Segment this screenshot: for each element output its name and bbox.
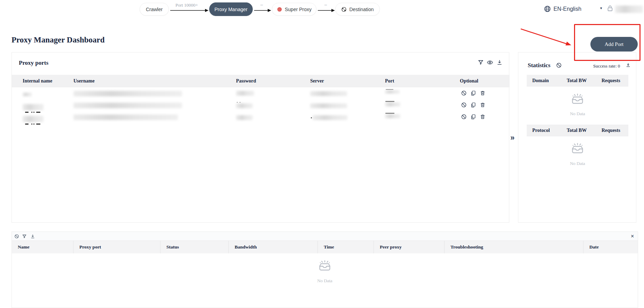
redacted-port — [385, 114, 400, 118]
redacted-name-mark — [33, 112, 34, 113]
redacted-password-mark — [237, 102, 238, 103]
statistics-ban-icon[interactable] — [556, 62, 562, 68]
col-status: Status — [160, 241, 229, 253]
copy-icon[interactable] — [470, 114, 476, 120]
domain-no-data-label: No Data — [570, 111, 585, 117]
redacted-port-mark — [386, 89, 393, 90]
col-troubleshooting: Troubleshooting — [445, 241, 583, 253]
flow-arrow-2 — [254, 8, 272, 13]
redacted-username — [73, 103, 182, 108]
redacted-name-mark — [31, 112, 32, 113]
col-total-bw: Total BW — [567, 78, 587, 84]
col-requests: Requests — [602, 78, 620, 84]
flow-dash-2: – — [324, 2, 327, 7]
eye-icon[interactable] — [487, 60, 493, 65]
language-selector[interactable]: EN-English — [553, 6, 581, 12]
empty-inbox-icon — [317, 260, 332, 274]
ban-icon[interactable] — [14, 234, 19, 239]
flow-node-crawler-label: Crawler — [146, 7, 163, 12]
redacted-name-mark — [36, 124, 40, 125]
trash-icon[interactable] — [480, 90, 486, 96]
flow-node-destination-label: Destination — [349, 7, 374, 12]
flow-port-label: Port 10000+ — [175, 2, 198, 8]
language-caret-icon[interactable]: ▾ — [600, 6, 602, 10]
redacted-username — [73, 114, 178, 120]
empty-inbox-icon — [570, 93, 585, 108]
redacted-username — [73, 91, 182, 96]
flow-node-proxy-manager-label: Proxy Manager — [214, 7, 248, 12]
col-internal-name: Internal name — [23, 78, 52, 84]
trash-icon[interactable] — [480, 102, 486, 108]
collapse-panel-chevron-icon[interactable]: » — [510, 133, 515, 142]
flow-node-super-proxy: Super Proxy — [272, 3, 316, 16]
col-password: Password — [236, 78, 256, 84]
empty-inbox-icon — [570, 142, 585, 157]
filter-icon[interactable] — [478, 59, 484, 65]
redacted-password — [236, 115, 253, 120]
col-name: Name — [12, 241, 73, 253]
close-icon[interactable]: × — [631, 234, 634, 239]
page-title: Proxy Manager Dashboard — [11, 35, 105, 45]
redacted-port-mark — [385, 113, 394, 114]
redacted-server — [310, 103, 347, 108]
sessions-toolbar: × — [12, 232, 638, 241]
col-requests: Requests — [602, 128, 620, 133]
redacted-name-mark — [25, 124, 29, 125]
redacted-password — [236, 103, 253, 108]
download-icon[interactable] — [496, 59, 503, 65]
redacted-server-mark — [311, 117, 312, 118]
domain-table-header: Domain Total BW Requests — [527, 75, 628, 87]
flow-node-destination: Destination — [335, 3, 380, 16]
redacted-internal-name — [23, 104, 44, 110]
col-bandwidth: Bandwidth — [229, 241, 318, 253]
proxy-ports-header: Internal name Username Password Server P… — [12, 75, 510, 87]
col-proxy-port: Proxy port — [73, 241, 160, 253]
redacted-name-mark — [36, 112, 40, 113]
language-globe-icon — [544, 5, 551, 13]
proxy-ports-title: Proxy ports — [19, 60, 48, 66]
download-icon[interactable] — [30, 234, 35, 239]
account-name-redacted — [615, 6, 643, 13]
col-server: Server — [310, 78, 324, 84]
filter-icon[interactable] — [22, 234, 27, 239]
success-rate-download-icon[interactable] — [626, 62, 631, 68]
proxy-ports-panel: Proxy ports Internal name Username Passw… — [11, 52, 509, 223]
col-protocol: Protocol — [532, 128, 550, 133]
sessions-header: Name Proxy port Status Bandwidth Time Pe… — [12, 241, 638, 253]
statistics-title: Statistics — [528, 62, 550, 69]
ban-icon[interactable] — [461, 102, 467, 108]
redacted-port — [385, 90, 400, 94]
col-username: Username — [73, 78, 95, 84]
copy-icon[interactable] — [470, 90, 476, 96]
annotation-arrow — [515, 24, 575, 50]
redacted-name-mark — [33, 124, 34, 125]
super-proxy-icon — [277, 7, 282, 12]
redacted-internal-name — [23, 93, 32, 96]
col-domain: Domain — [532, 78, 549, 84]
proxy-manager-dashboard: Crawler Port 10000+ Proxy Manager – Supe… — [0, 0, 644, 308]
add-port-label: Add Port — [605, 41, 624, 47]
destination-globe-icon — [341, 7, 347, 12]
col-optional: Optional — [460, 78, 478, 84]
redacted-internal-name — [23, 116, 44, 122]
col-port: Port — [385, 78, 394, 84]
trash-icon[interactable] — [480, 114, 486, 120]
sessions-no-data-label: No Data — [317, 278, 332, 284]
col-total-bw: Total BW — [567, 128, 587, 133]
lock-icon — [607, 5, 613, 12]
col-peer-proxy: Peer proxy — [374, 241, 445, 253]
redacted-server — [313, 115, 347, 120]
protocol-no-data-label: No Data — [570, 161, 585, 166]
statistics-panel: Statistics Success rate: 0 Domain Total … — [518, 52, 636, 223]
flow-node-proxy-manager[interactable]: Proxy Manager — [209, 2, 253, 16]
language-label: EN-English — [553, 6, 581, 12]
add-port-button[interactable]: Add Port — [590, 37, 638, 52]
ban-icon[interactable] — [461, 114, 467, 120]
ban-icon[interactable] — [461, 90, 467, 96]
redacted-name-mark — [25, 112, 29, 113]
protocol-table-header: Protocol Total BW Requests — [527, 125, 628, 136]
sessions-panel: × Name Proxy port Status Bandwidth Time … — [11, 231, 638, 308]
flow-arrow-3 — [318, 8, 335, 13]
copy-icon[interactable] — [470, 102, 476, 108]
col-time: Time — [318, 241, 374, 253]
